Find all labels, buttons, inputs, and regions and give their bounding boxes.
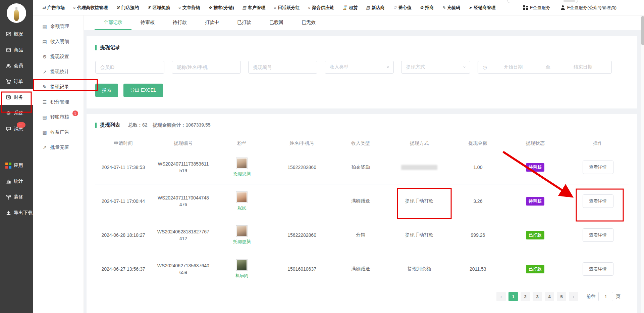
nav-dealer-mgmt[interactable]: ➤经销商管理 <box>469 5 495 11</box>
tab-rejected[interactable]: 已驳回 <box>260 15 292 30</box>
submenu-label: 积分管理 <box>50 99 69 105</box>
nav-leasing[interactable]: ⌛租赁 <box>342 5 358 11</box>
avatar[interactable] <box>236 259 248 271</box>
page-button-3[interactable]: 3 <box>533 292 542 301</box>
nav-customer-mgmt[interactable]: ▤客户管理 <box>243 5 265 11</box>
withdraw-method-select[interactable]: 提现方式∨ <box>401 61 470 74</box>
nav-region-reward[interactable]: ♜区域奖励 <box>147 5 170 11</box>
sidebar-item-export-download[interactable]: 导出下载 <box>0 205 33 221</box>
nav-ad-market[interactable]: ⇄广告市场 <box>42 5 65 11</box>
submenu-label: 收入明细 <box>50 39 69 45</box>
sidebar-item-overview[interactable]: 概况 <box>0 26 33 42</box>
coins-icon: ☰ <box>42 99 47 105</box>
avatar[interactable] <box>236 225 248 237</box>
scrollbar-thumb[interactable] <box>641 16 644 45</box>
view-detail-button[interactable]: 查看详情 <box>583 228 613 242</box>
sidebar-item-decorate[interactable]: 装修 <box>0 189 33 205</box>
sidebar-item-stats[interactable]: 统计 <box>0 173 33 189</box>
tab-pending-review[interactable]: 待审核 <box>131 15 164 30</box>
nickname-input[interactable] <box>172 61 241 74</box>
export-excel-button[interactable]: 导出 EXCEL <box>123 84 163 97</box>
fan-nickname[interactable]: 托腮思脑 <box>233 171 251 177</box>
date-range-picker[interactable]: ◷ 开始日期 至 结束日期 <box>478 61 612 74</box>
sidebar-spacer <box>0 137 33 158</box>
sidebar-item-label: 订单 <box>14 79 23 85</box>
prev-page-button[interactable]: ‹ <box>496 292 506 301</box>
nav-agent-revenue[interactable]: ○代理商收益管理 <box>73 5 108 11</box>
service-menu[interactable]: E企盈服务 <box>523 5 550 11</box>
submenu-withdraw-stats[interactable]: ↗提现统计 <box>33 64 84 79</box>
sidebar-item-finance[interactable]: 财务 <box>0 89 33 105</box>
pen-icon: ✎ <box>442 5 445 10</box>
submenu-transfer-review[interactable]: ▤转账审核3 <box>33 109 84 125</box>
tab-paying[interactable]: 打款中 <box>196 15 228 30</box>
tab-all-records[interactable]: 全部记录 <box>95 15 131 30</box>
sidebar-item-members[interactable]: 会员 <box>0 58 33 74</box>
income-type-select[interactable]: 收入类型∨ <box>325 61 394 74</box>
logo[interactable] <box>0 0 33 26</box>
account-label: E企盈服务(公众号管理员) <box>567 5 616 11</box>
top-nav-items: ⇄广告市场 ○代理商收益管理 ⚒门店预约 ♜区域奖励 ○文章营销 ❖推客(分销)… <box>42 5 495 11</box>
page-button-1[interactable]: 1 <box>508 292 518 301</box>
nav-new-store[interactable]: ▤新店商 <box>366 5 384 11</box>
paint-roller-icon <box>5 194 11 200</box>
nav-promoter[interactable]: ❖推客(分销) <box>208 5 234 11</box>
cell-income-type: 满额赠送 <box>335 198 386 204</box>
account-menu[interactable]: E企盈服务(公众号管理员) <box>560 5 616 11</box>
view-detail-button[interactable]: 查看详情 <box>583 161 613 174</box>
submenu-batch-recharge[interactable]: ↗批量充值 <box>33 140 84 155</box>
store-booking-icon: ⚒ <box>116 5 120 10</box>
filter-buttons: 搜索 导出 EXCEL <box>95 84 629 97</box>
withdraw-no-input[interactable] <box>248 61 317 74</box>
nav-supply-chain[interactable]: ○聚合供应链 <box>308 5 334 11</box>
view-detail-button[interactable]: 查看详情 <box>583 194 613 208</box>
nav-recharge-code[interactable]: ✎充值码 <box>442 5 460 11</box>
scrollbar[interactable] <box>641 15 644 313</box>
section-title-text: 提现列表 <box>100 122 120 128</box>
submenu-withdraw-settings[interactable]: ⚙提现设置 <box>33 49 84 64</box>
member-id-input[interactable] <box>95 61 164 74</box>
submenu-label: 提现统计 <box>50 69 69 75</box>
page-button-2[interactable]: 2 <box>521 292 530 301</box>
next-page-button[interactable]: › <box>569 292 578 301</box>
nav-article-marketing[interactable]: ○文章营销 <box>178 5 200 11</box>
cell-amount: 2011.53 <box>452 266 503 272</box>
view-detail-button[interactable]: 查看详情 <box>583 262 613 276</box>
tab-paid[interactable]: 已打款 <box>228 15 260 30</box>
nav-label: 门店预约 <box>121 5 139 11</box>
agent-revenue-icon: ○ <box>73 5 75 10</box>
fan-nickname[interactable]: 妮妮 <box>237 205 246 211</box>
page-button-4[interactable]: 4 <box>545 292 554 301</box>
table-row: 2024-06-27 13:56:37 WS202406271356376406… <box>95 252 629 286</box>
goto-page-input[interactable] <box>598 292 613 301</box>
tab-pending-payment[interactable]: 待打款 <box>164 15 196 30</box>
page-button-5[interactable]: 5 <box>557 292 566 301</box>
sidebar-item-orders[interactable]: 订单 <box>0 74 33 89</box>
sidebar-item-apps[interactable]: 应用 <box>0 158 33 173</box>
list-section-title: 提现列表 总数：62 提现金额合计：1067339.55 <box>95 122 629 128</box>
nav-investment[interactable]: ♻招商 <box>420 5 434 11</box>
avatar[interactable] <box>236 191 248 203</box>
fan-nickname[interactable]: 机lyi阿 <box>235 273 248 279</box>
search-button[interactable]: 搜索 <box>95 84 118 97</box>
submenu-revenue-ads[interactable]: ▨收益广告 <box>33 125 84 140</box>
tab-invalid[interactable]: 已无效 <box>292 15 325 30</box>
submenu-points-mgmt[interactable]: ☰积分管理 <box>33 94 84 109</box>
nav-love-value[interactable]: ♡爱心值 <box>393 5 412 11</box>
nav-daily-dividend[interactable]: ○日活跃分红 <box>274 5 300 11</box>
sidebar-item-system[interactable]: 系统 <box>0 105 33 121</box>
submenu-income-detail[interactable]: ▤收入明细 <box>33 34 84 49</box>
sidebar-item-goods[interactable]: 商品 <box>0 42 33 58</box>
nav-store-booking[interactable]: ⚒门店预约 <box>116 5 139 11</box>
submenu-balance-mgmt[interactable]: ▤余额管理 <box>33 19 84 34</box>
fan-nickname[interactable]: 托腮思脑 <box>233 239 251 245</box>
submenu-withdraw-records[interactable]: ✎提现记录 <box>33 79 84 94</box>
nav-label: 聚合供应链 <box>312 5 334 11</box>
nav-label: 日活跃分红 <box>278 5 300 11</box>
avatar[interactable] <box>236 158 248 169</box>
cell-amount: 1.00 <box>452 165 503 170</box>
sidebar-item-messages[interactable]: 消息 ⋯ <box>0 121 33 137</box>
region-reward-icon: ♜ <box>147 5 151 10</box>
nav-label: 推客(分销) <box>214 5 234 11</box>
cell-phone: 15016010637 <box>269 266 335 272</box>
